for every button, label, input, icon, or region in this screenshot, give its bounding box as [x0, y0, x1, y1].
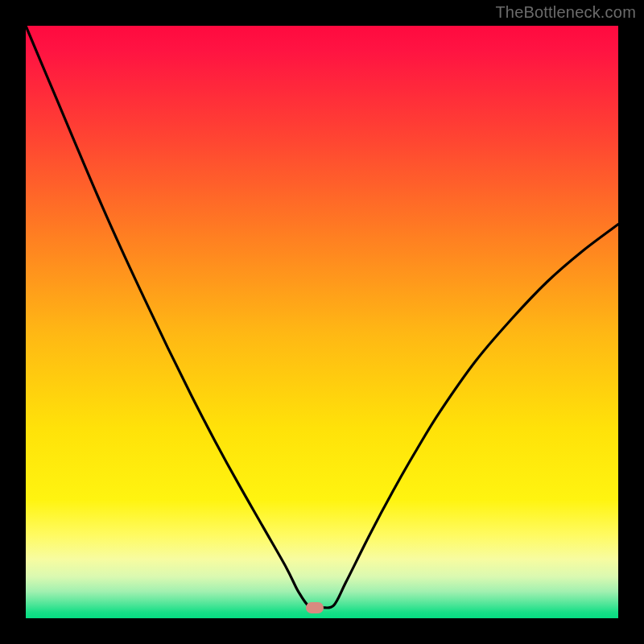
watermark-text: TheBottleneck.com [495, 3, 636, 22]
bottleneck-curve-path [26, 26, 618, 609]
bottleneck-curve-svg [26, 26, 618, 618]
chart-frame: TheBottleneck.com [0, 0, 644, 644]
optimal-marker [306, 602, 324, 613]
plot-area [26, 26, 618, 618]
